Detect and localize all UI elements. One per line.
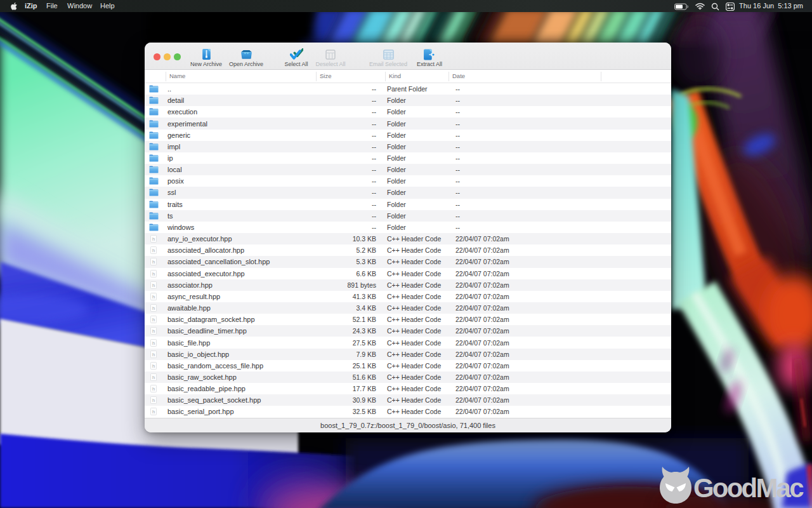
svg-text:GoodMac: GoodMac [693,473,804,503]
